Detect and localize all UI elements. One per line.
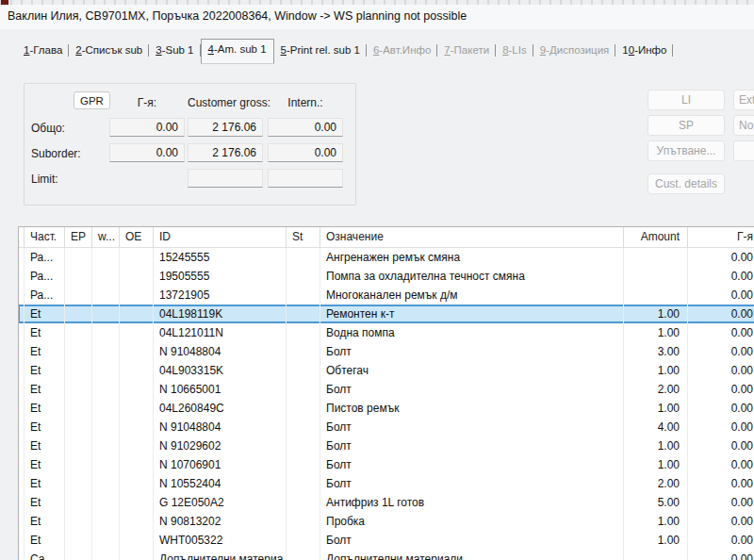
tab[interactable]: 8-LIs — [496, 40, 533, 64]
column-header-amount[interactable]: Amount — [624, 227, 688, 248]
column-header-part[interactable]: Част. — [25, 227, 65, 248]
total-gya-field[interactable]: 0.00 — [109, 118, 185, 137]
cell-amount: 3.00 — [624, 342, 688, 361]
tab[interactable]: 4-Am. sub 1 — [201, 39, 274, 64]
cell-id: N 91029602 — [154, 436, 287, 455]
table-row[interactable]: Et N 91029602 Болт 1.00 0.00 — [19, 436, 754, 455]
cell-amount: 1.00 — [624, 455, 688, 474]
tab[interactable]: 6-Авт.Инфо — [367, 40, 437, 64]
cell-part-type: Et — [25, 455, 65, 474]
column-header-intern: Intern.: — [268, 96, 343, 109]
cell-designation: Водна помпа — [320, 323, 624, 342]
cell-ep — [65, 380, 92, 399]
tab-label: -Print rel. sub 1 — [287, 44, 360, 56]
cell-gya: 0.00 — [688, 323, 754, 342]
cell-ep — [65, 531, 92, 550]
cell-amount: 1.00 — [624, 436, 688, 455]
table-row[interactable]: Ра... 15245555 Ангренажен ремък смяна 0.… — [19, 248, 754, 267]
column-header-gya[interactable]: Г-я — [688, 227, 754, 248]
cell-w — [92, 531, 120, 550]
total-customer-gross-field[interactable]: 2 176.06 — [188, 118, 263, 137]
table-row[interactable]: Et N 90813202 Пробка 1.00 0.00 — [19, 512, 754, 531]
cell-id: N 91048804 — [154, 342, 287, 361]
cell-oe — [120, 399, 154, 418]
cell-oe — [120, 248, 154, 267]
cell-designation: Ангренажен ремък смяна — [320, 248, 624, 267]
cell-designation: Антифриз 1L готов — [320, 493, 624, 512]
cell-gya: 0.00 — [688, 512, 754, 531]
table-row[interactable]: Et 04L121011N Водна помпа 1.00 0.00 — [19, 323, 754, 342]
table-row[interactable]: Et N 10706901 Болт 1.00 0.00 — [19, 455, 754, 474]
cell-gya: 0.00 — [688, 267, 754, 286]
cell-gya: 0.00 — [688, 248, 754, 267]
suborder-gya-field[interactable]: 0.00 — [109, 143, 185, 162]
non-button[interactable]: Non — [733, 115, 754, 136]
limit-customer-gross-field[interactable] — [188, 169, 263, 188]
cell-st — [287, 342, 320, 361]
gpr-button[interactable]: GPR — [74, 91, 110, 109]
table-row[interactable]: Et N 91048804 Болт 3.00 0.00 — [19, 342, 754, 361]
cell-st — [287, 361, 320, 380]
tab[interactable]: 1-Глава — [17, 40, 69, 64]
cell-part-type: Et — [25, 493, 65, 512]
table-row[interactable]: Et G 12E050A2 Антифриз 1L готов 5.00 0.0… — [19, 493, 754, 512]
tab[interactable]: 2-Списък sub — [69, 40, 149, 64]
table-row[interactable]: Ра... 19505555 Помпа за охладителна течн… — [19, 267, 754, 286]
suborder-intern-field[interactable]: 0.00 — [268, 143, 343, 162]
column-header-ep[interactable]: EP — [65, 227, 92, 248]
cell-oe — [120, 418, 154, 436]
cell-ep — [65, 493, 92, 512]
tab-label: -Списък sub — [82, 44, 143, 56]
table-row[interactable]: Et WHT005322 Болт 1.00 0.00 — [19, 531, 754, 550]
total-intern-field[interactable]: 0.00 — [268, 118, 343, 137]
cell-part-type: Et — [25, 512, 65, 531]
cell-part-type: Et — [25, 399, 65, 418]
cell-part-type: Ра... — [25, 267, 65, 286]
cust-details-button[interactable]: Cust. details — [647, 173, 725, 194]
sp-button[interactable]: SP — [647, 115, 725, 136]
column-header-id[interactable]: ID — [154, 227, 287, 248]
limit-intern-field[interactable] — [268, 169, 343, 188]
cell-id: Допълнителни материа — [154, 550, 287, 560]
cell-id: N 10552404 — [154, 474, 287, 493]
upatvane-button[interactable]: Упътване... — [647, 140, 725, 161]
cell-amount: 2.00 — [624, 474, 688, 493]
cell-st — [287, 248, 320, 267]
column-header-oe[interactable]: OE — [120, 227, 154, 248]
cell-amount: 2.00 — [624, 380, 688, 399]
li-button[interactable]: LI — [647, 90, 725, 110]
suborder-customer-gross-field[interactable]: 2 176.06 — [188, 143, 263, 162]
cell-part-type: Et — [25, 474, 65, 493]
cell-amount — [624, 248, 688, 267]
table-row[interactable]: Et N 10552404 Болт 2.00 0.00 — [19, 474, 754, 493]
tab-label: -Диспозиция — [546, 44, 609, 56]
table-row[interactable]: Ра... 13721905 Многоканален ремък д/м 0.… — [19, 286, 754, 305]
tab[interactable]: 3-Sub 1 — [149, 40, 200, 64]
cell-w — [92, 323, 120, 342]
cell-w — [92, 342, 120, 361]
tab[interactable]: 5-Print rel. sub 1 — [274, 40, 367, 64]
table-row[interactable]: Et N 10665001 Болт 2.00 0.00 — [19, 380, 754, 399]
tab[interactable]: 10-Инфо — [615, 40, 673, 64]
cell-id: 04L260849C — [154, 399, 287, 418]
column-header-st[interactable]: St — [287, 227, 320, 248]
table-row[interactable]: Et 04L260849C Пистов ремък 1.00 0.00 — [19, 399, 754, 418]
cell-part-type: Са... — [25, 550, 65, 560]
table-row[interactable]: Et 04L198119K Ремонтен к-т 1.00 0.00 — [19, 305, 754, 323]
cell-w — [92, 512, 120, 531]
unlabeled-button[interactable] — [733, 140, 754, 161]
tab[interactable]: 7-Пакети — [437, 40, 496, 64]
cell-gya: 0.00 — [688, 399, 754, 418]
column-header-w[interactable]: w... — [92, 227, 120, 248]
table-row[interactable]: Et 04L903315K Обтегач 1.00 0.00 — [19, 361, 754, 380]
column-header-designation[interactable]: Означение — [320, 227, 624, 248]
ext-button[interactable]: Ext — [733, 90, 754, 110]
cell-part-type: Et — [25, 436, 65, 455]
cell-st — [287, 455, 320, 474]
cell-id: 04L903315K — [154, 361, 287, 380]
tab[interactable]: 9-Диспозиция — [533, 40, 616, 64]
cell-part-type: Et — [25, 418, 65, 436]
table-row[interactable]: Et N 91048804 Болт 4.00 0.00 — [19, 418, 754, 436]
cell-gya: 0.00 — [688, 361, 754, 380]
table-row[interactable]: Са... Допълнителни материа Допълнителни … — [19, 550, 754, 560]
